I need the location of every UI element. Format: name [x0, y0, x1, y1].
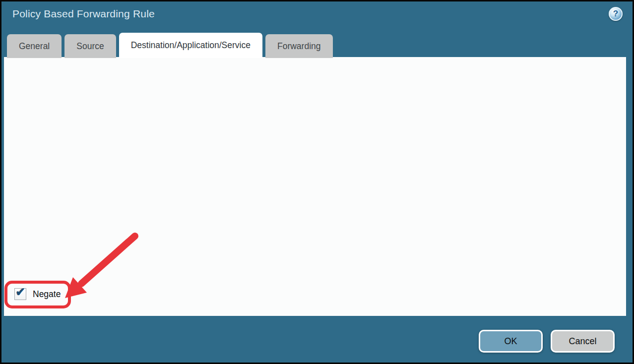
tab-bar: General Source Destination/Application/S…: [7, 33, 333, 58]
tab-forwarding[interactable]: Forwarding: [265, 34, 333, 58]
help-icon[interactable]: ?: [609, 7, 623, 21]
negate-checkbox[interactable]: [14, 288, 26, 300]
cancel-button[interactable]: Cancel: [551, 330, 615, 353]
tab-source[interactable]: Source: [64, 34, 116, 58]
page-title: Policy Based Forwarding Rule: [12, 8, 155, 20]
tab-content-area: [4, 57, 626, 316]
tab-general[interactable]: General: [7, 34, 62, 58]
ok-button[interactable]: OK: [479, 330, 543, 353]
negate-label: Negate: [33, 289, 61, 300]
tab-destination-application-service[interactable]: Destination/Application/Service: [119, 33, 262, 58]
